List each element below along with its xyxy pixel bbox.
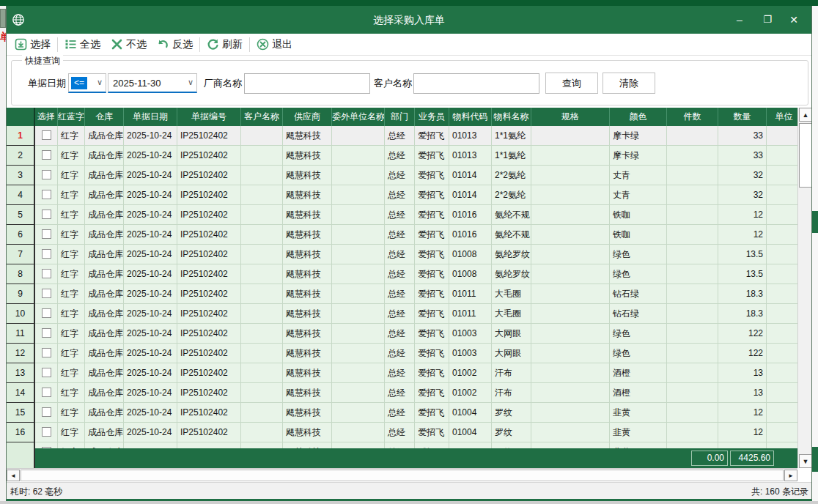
- table-row[interactable]: 13红字成品仓库2025-10-24IP25102402飓慧科技总经爱招飞010…: [7, 363, 797, 383]
- column-header[interactable]: 客户名称: [241, 108, 283, 126]
- row-select-checkbox[interactable]: [42, 150, 51, 160]
- grid-cell: [767, 363, 797, 383]
- row-select-checkbox[interactable]: [42, 348, 51, 357]
- select-cell[interactable]: [35, 304, 58, 324]
- row-select-checkbox[interactable]: [42, 269, 51, 278]
- row-select-checkbox[interactable]: [42, 210, 51, 219]
- select-cell[interactable]: [35, 383, 58, 403]
- select-cell[interactable]: [35, 225, 58, 245]
- column-header[interactable]: 业务员: [415, 108, 449, 126]
- grid-cell: 爱招飞: [415, 185, 449, 205]
- table-row[interactable]: 2红字成品仓库2025-10-24IP25102402飓慧科技总经爱招飞0101…: [7, 146, 797, 166]
- column-header[interactable]: 仓库: [85, 108, 124, 126]
- scroll-right-arrow-icon[interactable]: ►: [784, 470, 797, 481]
- vertical-scrollbar-thumb[interactable]: [799, 123, 812, 188]
- column-header[interactable]: 红蓝字: [58, 108, 85, 126]
- row-select-checkbox[interactable]: [42, 407, 51, 417]
- horizontal-scrollbar-track[interactable]: [21, 470, 784, 481]
- refresh-button[interactable]: 刷新: [202, 36, 248, 53]
- select-cell[interactable]: [35, 344, 58, 363]
- select-cell[interactable]: [35, 324, 58, 344]
- vendor-name-input[interactable]: [244, 73, 370, 94]
- column-header[interactable]: 单位: [767, 108, 797, 126]
- vertical-scrollbar[interactable]: ▲ ▼: [797, 108, 812, 468]
- column-header[interactable]: 颜色: [610, 108, 667, 126]
- column-header[interactable]: [7, 108, 35, 126]
- row-select-checkbox[interactable]: [42, 388, 51, 397]
- table-row[interactable]: 1红字成品仓库2025-10-24IP25102402飓慧科技总经爱招飞0101…: [7, 126, 797, 146]
- table-row[interactable]: 12红字成品仓库2025-10-24IP25102402飓慧科技总经爱招飞010…: [7, 344, 797, 363]
- row-select-checkbox[interactable]: [42, 170, 51, 179]
- select-button[interactable]: 选择: [10, 36, 56, 53]
- select-cell[interactable]: [35, 126, 58, 146]
- select-cell[interactable]: [35, 284, 58, 304]
- scroll-up-arrow-icon[interactable]: ▲: [799, 108, 812, 122]
- row-select-checkbox[interactable]: [42, 368, 51, 377]
- table-row[interactable]: 9红字成品仓库2025-10-24IP25102402飓慧科技总经爱招飞0101…: [7, 284, 797, 304]
- close-button[interactable]: ✕: [781, 6, 807, 34]
- row-select-checkbox[interactable]: [42, 229, 51, 239]
- grid-cell: [767, 324, 797, 344]
- column-header[interactable]: 单据日期: [124, 108, 177, 126]
- row-select-checkbox[interactable]: [42, 130, 51, 140]
- select-cell[interactable]: [35, 146, 58, 166]
- column-header[interactable]: 供应商: [283, 108, 332, 126]
- table-row[interactable]: 7红字成品仓库2025-10-24IP25102402飓慧科技总经爱招飞0100…: [7, 245, 797, 264]
- select-cell[interactable]: [35, 442, 58, 448]
- select-cell[interactable]: [35, 423, 58, 442]
- column-header[interactable]: 规格: [531, 108, 610, 126]
- row-select-checkbox[interactable]: [42, 249, 51, 259]
- exit-button[interactable]: 退出: [251, 36, 298, 53]
- date-combobox[interactable]: 2025-11-30 ∨: [108, 73, 197, 93]
- column-header[interactable]: 物料代码: [449, 108, 492, 126]
- search-button[interactable]: 查询: [545, 73, 598, 94]
- select-cell[interactable]: [35, 245, 58, 264]
- row-select-checkbox[interactable]: [42, 328, 51, 338]
- table-row[interactable]: 6红字成品仓库2025-10-24IP25102402飓慧科技总经爱招飞0101…: [7, 225, 797, 245]
- table-row[interactable]: 8红字成品仓库2025-10-24IP25102402飓慧科技总经爱招飞0100…: [7, 264, 797, 284]
- table-row[interactable]: 16红字成品仓库2025-10-24IP25102402飓慧科技总经爱招飞010…: [7, 423, 797, 442]
- maximize-button[interactable]: ❐: [754, 6, 781, 34]
- select-all-button[interactable]: 全选: [59, 36, 106, 53]
- table-row[interactable]: 15红字成品仓库2025-10-24IP25102402飓慧科技总经爱招飞010…: [7, 403, 797, 423]
- date-operator-combobox[interactable]: <= ∨: [68, 73, 106, 93]
- table-row[interactable]: 11红字成品仓库2025-10-24IP25102402飓慧科技总经爱招飞010…: [7, 324, 797, 344]
- minimize-button[interactable]: –: [726, 6, 753, 34]
- horizontal-scrollbar[interactable]: ◄ ►: [7, 468, 797, 481]
- select-cell[interactable]: [35, 166, 58, 185]
- grid-cell: 爱招飞: [415, 442, 449, 448]
- grid-cell: [241, 383, 283, 403]
- column-header[interactable]: 委外单位名称: [332, 108, 385, 126]
- background-red-text-fragment: 单: [0, 31, 6, 44]
- scroll-down-arrow-icon[interactable]: ▼: [799, 454, 812, 468]
- table-row[interactable]: 3红字成品仓库2025-10-24IP25102402飓慧科技总经爱招飞0101…: [7, 166, 797, 185]
- table-row[interactable]: 17红字成品仓库2025-10-24IP25102402飓慧科技总经爱招飞010…: [7, 442, 797, 448]
- select-cell[interactable]: [35, 185, 58, 205]
- grid-cell: 氨纶不规: [492, 225, 531, 245]
- column-header[interactable]: 单据编号: [177, 108, 241, 126]
- column-header[interactable]: 部门: [385, 108, 415, 126]
- row-select-checkbox[interactable]: [42, 308, 51, 318]
- select-cell[interactable]: [35, 205, 58, 225]
- customer-name-input[interactable]: [413, 73, 539, 94]
- row-select-checkbox[interactable]: [42, 289, 51, 298]
- grid-cell: [241, 245, 283, 264]
- select-cell[interactable]: [35, 363, 58, 383]
- select-cell[interactable]: [35, 264, 58, 284]
- table-row[interactable]: 4红字成品仓库2025-10-24IP25102402飓慧科技总经爱招飞0101…: [7, 185, 797, 205]
- table-row[interactable]: 5红字成品仓库2025-10-24IP25102402飓慧科技总经爱招飞0101…: [7, 205, 797, 225]
- table-row[interactable]: 10红字成品仓库2025-10-24IP25102402飓慧科技总经爱招飞010…: [7, 304, 797, 324]
- row-select-checkbox[interactable]: [42, 190, 51, 199]
- table-row[interactable]: 14红字成品仓库2025-10-24IP25102402飓慧科技总经爱招飞010…: [7, 383, 797, 403]
- column-header[interactable]: 件数: [667, 108, 718, 126]
- grid-cell: 爱招飞: [415, 126, 449, 146]
- row-select-checkbox[interactable]: [42, 427, 51, 437]
- select-cell[interactable]: [35, 403, 58, 423]
- column-header[interactable]: 数量: [718, 108, 767, 126]
- clear-button[interactable]: 清除: [603, 73, 655, 94]
- column-header[interactable]: 物料名称: [492, 108, 531, 126]
- scroll-left-arrow-icon[interactable]: ◄: [7, 470, 20, 481]
- invert-selection-button[interactable]: 反选: [152, 36, 198, 53]
- deselect-button[interactable]: 不选: [106, 36, 152, 53]
- column-header[interactable]: 选择: [35, 108, 58, 126]
